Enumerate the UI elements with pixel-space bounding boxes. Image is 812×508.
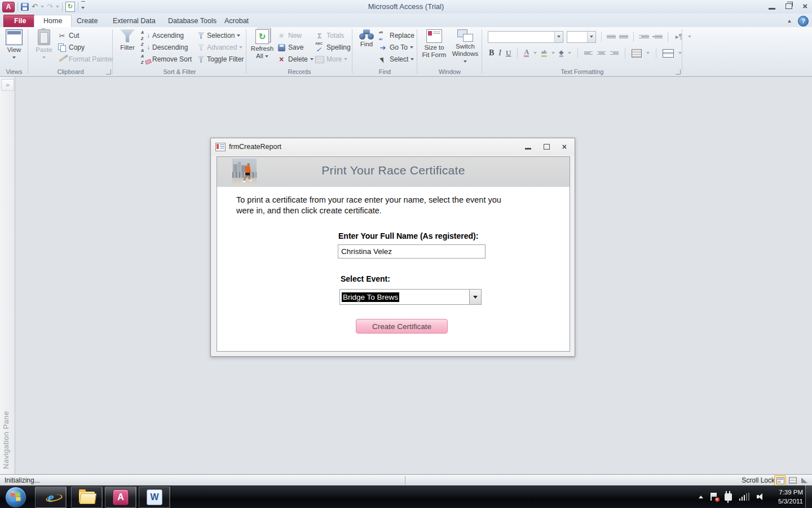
start-button[interactable] [5,487,27,508]
view-button[interactable]: View [2,29,27,61]
tab-file[interactable]: File [3,15,37,28]
form-view-icon [776,478,784,484]
form-title-bar[interactable]: frmCreateReport × [211,138,575,155]
switch-windows-button[interactable]: Switch Windows [450,29,480,65]
form-view-button[interactable] [774,475,786,486]
navigation-pane-collapsed[interactable]: » Navigation Pane [0,77,15,475]
alternate-row-color-icon[interactable] [663,49,674,58]
align-left-icon[interactable] [584,48,593,58]
more-button: More [315,54,347,65]
align-right-icon[interactable] [610,48,619,58]
taskbar-windows-explorer[interactable] [71,487,103,508]
speaker-icon[interactable] [757,493,765,501]
fill-color-icon[interactable]: ◆ [559,49,564,57]
group-label-window: Window [417,68,482,75]
event-combobox[interactable]: Bridge To Brews [339,289,482,305]
form-close-button[interactable]: × [562,143,567,150]
italic-button[interactable]: I [498,49,501,58]
delete-record-button[interactable]: × Delete [277,54,314,65]
bullets-icon [607,32,616,42]
taskbar-clock[interactable]: 7:39 PM 5/3/2011 [778,488,803,506]
replace-button[interactable]: abac Replace [378,30,414,41]
numbering-icon [619,32,628,42]
toggle-filter-button[interactable]: Toggle Filter [197,54,244,65]
toggle-filter-icon [197,56,205,63]
tab-create[interactable]: Create [68,15,107,27]
group-label-views: Views [0,68,28,75]
bold-button[interactable]: B [489,49,494,58]
select-button[interactable]: Select [378,54,414,65]
system-tray: × [699,485,765,508]
selection-button[interactable]: Selection [197,30,240,41]
taskbar-word[interactable]: W [139,487,170,508]
align-center-icon[interactable] [597,48,606,58]
tab-acrobat[interactable]: Acrobat [215,15,258,27]
design-view-button[interactable] [799,475,810,485]
spelling-button[interactable]: ABC✓ Spelling [315,42,351,53]
cut-button[interactable]: ✂ Cut [58,30,80,41]
form-content: Print Your Race Certificate To print a c… [217,156,570,352]
internet-explorer-icon: e [48,490,54,505]
spelling-icon: ABC✓ [315,43,324,52]
taskbar-access[interactable]: A [105,487,136,508]
group-label-text-formatting: Text Formatting [482,68,682,75]
find-button[interactable]: Find [356,29,377,48]
group-records: ↻ Refresh All ✳ New Save × Delete Σ Tota… [246,27,352,76]
expand-nav-pane-icon[interactable]: » [1,79,14,91]
selection-icon [197,32,205,40]
totals-icon: Σ [315,31,324,40]
underline-button[interactable]: U [506,49,511,58]
filter-icon [120,29,135,43]
status-bar: Initializing... Scroll Lock [0,474,812,486]
minimize-button[interactable] [769,8,775,10]
form-header-title: Print Your Race Certificate [217,164,570,177]
totals-button: Σ Totals [315,30,344,41]
form-restore-button[interactable] [544,144,550,150]
show-hidden-icons-icon[interactable] [699,496,703,498]
power-plug-icon[interactable] [725,493,732,501]
group-window: Size to Fit Form Switch Windows Window [417,27,482,76]
workspace: » Navigation Pane frmCreateReport × [0,76,812,475]
size-to-fit-form-button[interactable]: Size to Fit Form [421,29,448,59]
full-name-input[interactable] [338,244,486,259]
taskbar-internet-explorer[interactable]: e [35,487,67,508]
form-minimize-button[interactable] [525,148,531,150]
ribbon-tab-row: File Home Create External Data Database … [0,14,812,27]
font-name-combobox[interactable] [488,31,563,43]
datasheet-view-button[interactable] [787,475,798,485]
restore-button[interactable] [785,3,792,9]
font-color-icon[interactable]: A [524,49,529,57]
network-signal-icon[interactable] [739,493,750,501]
descending-button[interactable]: ZA↓ Descending [141,42,188,53]
action-center-flag-icon[interactable]: × [710,493,717,501]
font-controls-row: ▸¶ [488,31,691,42]
create-certificate-button[interactable]: Create Certificate [356,319,448,334]
event-dropdown-button[interactable] [469,290,481,304]
font-size-combobox[interactable] [567,31,596,43]
event-selected-value: Bridge To Brews [340,290,469,304]
gridlines-icon[interactable] [632,49,642,58]
highlight-color-icon[interactable]: ab [541,49,547,57]
new-record-icon: ✳ [277,31,286,40]
divider [405,476,405,485]
form-window: frmCreateReport × Print Your Race Certif… [210,138,575,357]
group-clipboard: Paste ✂ Cut Copy Format Painter Clipboar… [28,27,113,76]
minimize-ribbon-icon[interactable] [788,20,791,23]
filter-button[interactable]: Filter [116,29,139,51]
tab-external-data[interactable]: External Data [104,15,165,27]
ascending-button[interactable]: AZ↓ Ascending [141,30,184,41]
windows-flag-icon [10,492,20,502]
remove-sort-button[interactable]: AZ Remove Sort [141,54,192,65]
clock-date: 5/3/2011 [778,497,803,506]
copy-button[interactable]: Copy [58,42,85,53]
refresh-all-button[interactable]: ↻ Refresh All [250,29,275,60]
close-button[interactable]: × [802,2,807,10]
help-icon[interactable]: ? [798,16,809,27]
group-label-clipboard: Clipboard [28,68,113,75]
design-view-icon [801,478,807,483]
copy-icon [58,43,66,51]
goto-button[interactable]: ➔ Go To [378,42,413,53]
tab-home[interactable]: Home [34,15,72,28]
save-record-button[interactable]: Save [277,42,303,53]
show-desktop-button[interactable] [805,485,812,508]
